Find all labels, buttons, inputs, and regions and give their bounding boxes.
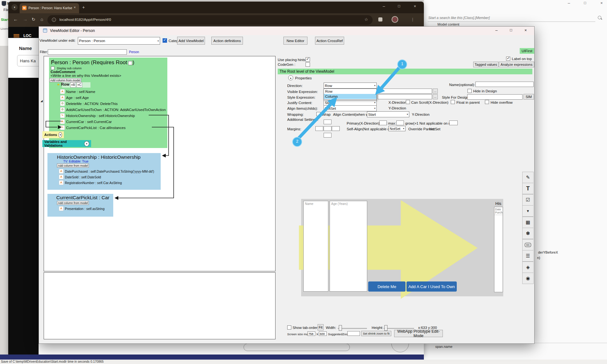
categ-checkbox[interactable] [163, 38, 167, 43]
extensions-icon[interactable] [378, 17, 382, 22]
filter-input[interactable] [48, 49, 127, 55]
page-search-bar[interactable] [244, 343, 350, 351]
action-definitions-button[interactable]: Action definitions [211, 37, 243, 45]
model-search-input[interactable] [428, 14, 595, 22]
style-expression-input[interactable] [378, 94, 432, 99]
set-shrink-zoom-button[interactable]: Set shrink zoom to fit [361, 331, 391, 336]
visible-expression-input[interactable] [378, 89, 432, 94]
tool-prototype-view[interactable]: ◉ [522, 273, 534, 284]
can-scroll-checkbox[interactable] [406, 100, 410, 104]
margin-center-input[interactable] [324, 126, 331, 131]
suggested-zoom-input[interactable] [347, 331, 360, 336]
delete-me-button[interactable]: Delete Me [368, 281, 406, 292]
tagged-values-button[interactable]: Tagged values [473, 62, 499, 67]
tab-close-icon[interactable]: × [74, 5, 76, 9]
height-slider-thumb[interactable] [384, 325, 387, 331]
new-editor-button[interactable]: New Editor [283, 37, 307, 45]
tool-dropdown[interactable]: ▼ [522, 205, 534, 217]
height-label: Height: [372, 326, 383, 330]
tool-text[interactable]: T [522, 183, 534, 194]
use-placing-hints-checkbox[interactable] [306, 57, 310, 62]
filter-class-link[interactable]: Person [129, 50, 139, 54]
style-expression-label: Style Expression: [287, 96, 315, 99]
browser-maximize-icon[interactable]: □ [398, 4, 400, 8]
splitter-handle-icon[interactable]: ◢ [40, 99, 43, 102]
show-tab-order-checkbox[interactable] [287, 325, 291, 330]
action-crossref-button[interactable]: Action CrossRef [315, 37, 344, 45]
browser-minimize-icon[interactable]: – [383, 4, 385, 9]
new-tab-icon[interactable]: + [82, 5, 85, 10]
wrap-checkbox[interactable] [316, 112, 320, 116]
editor-close-icon[interactable]: × [524, 28, 527, 33]
webapp-prototype-mode-button[interactable]: WebApp Prototype Edit-Mode [394, 330, 443, 337]
hamburger-icon[interactable] [14, 34, 19, 38]
max-input[interactable] [396, 120, 404, 125]
browser-close-icon[interactable]: × [414, 4, 416, 9]
tool-edit-box[interactable]: ✎ [522, 172, 534, 183]
self-align-select[interactable]: NotSet ▾ [388, 126, 406, 131]
justify-content-select[interactable]: Start ▾ [324, 100, 377, 106]
viewmodel-select[interactable]: Person : Person ▾ [78, 37, 160, 45]
dropdown-option-column[interactable]: Column [324, 94, 376, 99]
margin-left-input[interactable] [315, 126, 323, 131]
kebab-menu-icon[interactable]: ⋮ [411, 17, 415, 22]
editor-minimize-icon[interactable]: – [495, 28, 498, 33]
margin-bottom-input[interactable] [324, 133, 331, 138]
bookmark-star-icon[interactable]: ☆ [364, 17, 368, 22]
primary-min-input[interactable] [379, 120, 387, 125]
screen-height-input[interactable] [319, 331, 327, 336]
home-icon[interactable]: ⌂ [40, 17, 43, 22]
analyze-expressions-button[interactable]: Analyze expressions [499, 62, 534, 67]
direction-select[interactable]: Row ▾ [324, 83, 377, 89]
tool-checkbox[interactable]: ☑ [522, 194, 534, 206]
hide-overflow-checkbox[interactable] [485, 100, 489, 104]
sim-button[interactable]: SIM [523, 94, 534, 100]
width-slider-thumb[interactable] [339, 325, 342, 331]
add-viewmodel-button[interactable]: Add ViewModel [177, 37, 205, 45]
forward-icon[interactable]: → [23, 16, 28, 22]
bg-minimize-icon[interactable]: – [568, 1, 570, 5]
style-for-design-input[interactable] [467, 94, 523, 100]
back-icon[interactable]: ← [13, 16, 18, 22]
label-on-top-checkbox[interactable] [506, 57, 510, 61]
preview-date-column[interactable]: Date Purchased [494, 207, 503, 292]
dropdown-option-row[interactable]: Row [324, 89, 376, 94]
hide-in-design-checkbox[interactable] [468, 89, 472, 93]
url-text[interactable]: localhost:8182/App#/Person/4!0 [59, 18, 111, 22]
visible-expression-ellipsis-button[interactable]: ... [433, 89, 438, 94]
tool-list[interactable]: ☰ [522, 250, 534, 262]
margin-top-input[interactable] [324, 120, 331, 124]
editor-maximize-icon[interactable]: □ [510, 28, 512, 32]
float-in-parent-checkbox[interactable] [451, 100, 455, 104]
name-optional-input[interactable] [475, 82, 534, 87]
name-field[interactable] [17, 55, 39, 66]
reload-icon[interactable]: ↻ [32, 17, 35, 22]
align-items-select[interactable]: NotSet ▾ [324, 105, 377, 111]
tool-cube[interactable]: ◈ [522, 262, 534, 273]
search-icon[interactable] [598, 16, 601, 19]
grow-input[interactable] [449, 120, 458, 125]
tab-search-icon[interactable]: ▾ [11, 4, 18, 10]
bg-maximize-icon[interactable]: □ [584, 1, 586, 5]
tool-image[interactable]: ✽ [522, 228, 534, 239]
style-expression-ellipsis-button[interactable]: ... [433, 94, 438, 99]
site-info-icon[interactable]: i [52, 18, 56, 22]
tool-calendar[interactable]: ▦ [522, 217, 534, 228]
avatar[interactable] [392, 16, 398, 23]
preview-name-column[interactable]: Name [303, 201, 328, 292]
secondary-canvas[interactable] [44, 272, 276, 339]
margin-right-input[interactable] [332, 126, 340, 131]
tool-button[interactable]: btn [522, 239, 534, 250]
collapse-icon[interactable]: ▴ [288, 75, 293, 80]
codegen-checkbox[interactable] [306, 62, 310, 67]
add-car-button[interactable]: Add A Car I Used To Own [406, 281, 457, 292]
editor-titlebar[interactable] [39, 27, 534, 35]
screen-width-input[interactable] [307, 331, 315, 336]
fit-button[interactable]: Fit [318, 324, 324, 330]
preview-age-column[interactable]: Age (Years) [330, 201, 367, 292]
bg-close-icon[interactable]: × [600, 1, 603, 5]
clipped-text-2: n) [537, 256, 540, 260]
align-content-select[interactable]: Start ▾ [367, 111, 409, 117]
preview-age-header: Age (Years) [330, 201, 367, 207]
width-slider-track[interactable] [338, 328, 367, 329]
